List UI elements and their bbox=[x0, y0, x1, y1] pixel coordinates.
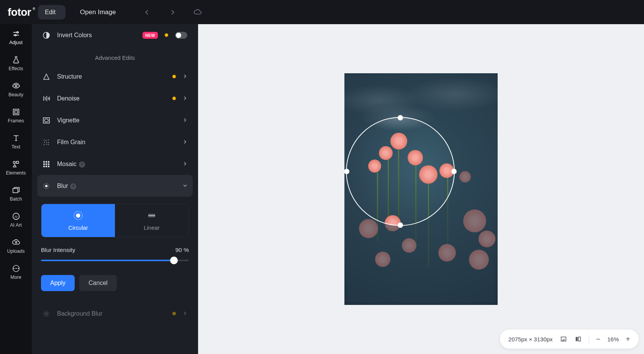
premium-dot-icon bbox=[165, 33, 168, 37]
blur-circle-overlay[interactable] bbox=[346, 117, 455, 226]
zoom-out-button[interactable]: − bbox=[596, 335, 601, 344]
svg-rect-27 bbox=[46, 161, 47, 163]
invert-toggle[interactable] bbox=[175, 32, 187, 39]
sidenav-more[interactable]: More bbox=[0, 259, 32, 285]
sidenav-label: Elements bbox=[6, 170, 26, 176]
undo-button[interactable] bbox=[142, 7, 152, 18]
svg-point-10 bbox=[13, 268, 15, 269]
resize-handle-right[interactable] bbox=[451, 169, 457, 174]
sliders-icon bbox=[11, 29, 21, 38]
canvas-area[interactable]: 2075px × 3130px − 16% + bbox=[198, 24, 644, 354]
bg-blur-icon bbox=[43, 310, 50, 318]
help-icon[interactable]: ? bbox=[70, 183, 76, 189]
vignette-row[interactable]: Vignette bbox=[37, 109, 193, 131]
invert-colors-label: Invert Colors bbox=[57, 32, 136, 39]
film-grain-label: Film Grain bbox=[57, 139, 176, 146]
grain-icon bbox=[43, 138, 50, 146]
sidenav-uploads[interactable]: Uploads bbox=[0, 233, 32, 259]
images-icon bbox=[11, 186, 21, 195]
svg-point-21 bbox=[46, 142, 47, 143]
more-icon bbox=[11, 264, 21, 273]
svg-point-17 bbox=[44, 140, 44, 140]
svg-point-20 bbox=[44, 142, 45, 143]
sidenav-beauty[interactable]: Beauty bbox=[0, 76, 32, 102]
edit-dropdown[interactable]: Edit bbox=[38, 5, 66, 20]
mosaic-icon bbox=[43, 160, 50, 168]
compare-button[interactable] bbox=[574, 335, 582, 343]
mosaic-row[interactable]: Mosaic? bbox=[37, 153, 193, 175]
sidenav-label: AI Art bbox=[10, 222, 22, 228]
svg-rect-47 bbox=[575, 337, 577, 341]
sidenav-label: Text bbox=[11, 144, 20, 150]
linear-label: Linear bbox=[144, 224, 160, 231]
denoise-label: Denoise bbox=[57, 95, 166, 102]
sidenav-label: Uploads bbox=[7, 249, 25, 254]
svg-rect-33 bbox=[46, 166, 47, 167]
chevron-right-icon bbox=[183, 139, 187, 146]
structure-row[interactable]: Structure bbox=[37, 66, 193, 87]
blur-circular-tab[interactable]: Circular bbox=[41, 204, 115, 237]
svg-point-12 bbox=[18, 268, 19, 269]
advanced-edits-title: Advanced Edits bbox=[37, 46, 193, 66]
chevron-down-icon bbox=[183, 183, 187, 189]
svg-rect-6 bbox=[16, 161, 18, 164]
blur-row[interactable]: Blur? bbox=[37, 175, 193, 197]
apply-button[interactable]: Apply bbox=[41, 275, 75, 291]
structure-label: Structure bbox=[57, 73, 166, 80]
resize-handle-top[interactable] bbox=[398, 115, 403, 120]
sidenav-label: Adjust bbox=[9, 40, 23, 45]
image-preview[interactable] bbox=[344, 73, 498, 305]
denoise-row[interactable]: Denoise bbox=[37, 87, 193, 109]
svg-point-23 bbox=[44, 144, 44, 145]
svg-point-41 bbox=[44, 311, 49, 316]
premium-dot-icon bbox=[172, 75, 176, 78]
svg-point-18 bbox=[46, 140, 46, 141]
sidenav-ai-art[interactable]: AI AI Art bbox=[0, 207, 32, 233]
svg-rect-28 bbox=[48, 161, 49, 163]
svg-rect-32 bbox=[43, 166, 45, 167]
redo-button[interactable] bbox=[167, 7, 178, 18]
sidenav-effects[interactable]: Effects bbox=[0, 50, 32, 76]
sidenav-batch[interactable]: Batch bbox=[0, 181, 32, 207]
blur-buttons: Apply Cancel bbox=[41, 275, 189, 291]
film-grain-row[interactable]: Film Grain bbox=[37, 131, 193, 153]
svg-rect-29 bbox=[43, 163, 45, 165]
slider-thumb[interactable] bbox=[170, 257, 178, 264]
top-toolbar: fotor® Edit Open Image bbox=[0, 0, 644, 24]
chevron-right-icon bbox=[183, 310, 187, 317]
svg-point-16 bbox=[44, 119, 48, 122]
help-icon[interactable]: ? bbox=[79, 161, 85, 168]
background-blur-row[interactable]: Background Blur bbox=[37, 303, 193, 324]
blur-linear-tab[interactable]: Linear bbox=[115, 204, 188, 237]
flask-icon bbox=[11, 55, 21, 64]
svg-rect-34 bbox=[48, 166, 49, 167]
fit-screen-button[interactable] bbox=[560, 335, 567, 343]
chevron-right-icon bbox=[183, 117, 187, 124]
invert-colors-row[interactable]: Invert Colors NEW bbox=[37, 24, 193, 46]
sidenav-label: Batch bbox=[10, 196, 22, 202]
chevron-right-icon bbox=[183, 73, 187, 80]
denoise-icon bbox=[43, 95, 50, 102]
chevron-right-icon bbox=[183, 161, 187, 168]
circular-label: Circular bbox=[68, 224, 88, 231]
svg-rect-30 bbox=[46, 163, 47, 165]
sidenav-label: More bbox=[10, 275, 21, 280]
svg-rect-3 bbox=[13, 109, 19, 115]
cloud-save-button[interactable] bbox=[192, 7, 203, 18]
sidenav-adjust[interactable]: Adjust bbox=[0, 24, 32, 50]
cancel-button[interactable]: Cancel bbox=[79, 275, 117, 291]
sidenav-frames[interactable]: Frames bbox=[0, 102, 32, 128]
zoom-in-button[interactable]: + bbox=[626, 335, 630, 344]
blur-intensity-slider[interactable] bbox=[41, 257, 189, 264]
sidenav-elements[interactable]: Elements bbox=[0, 155, 32, 181]
svg-point-19 bbox=[48, 140, 49, 140]
blur-mode-tabs: Circular Linear bbox=[41, 204, 189, 237]
svg-point-35 bbox=[45, 185, 48, 187]
resize-handle-bottom[interactable] bbox=[398, 222, 403, 228]
open-image-button[interactable]: Open Image bbox=[72, 8, 120, 16]
chevron-right-icon bbox=[183, 95, 187, 102]
text-icon bbox=[11, 133, 21, 143]
structure-icon bbox=[43, 73, 50, 81]
sidenav-text[interactable]: Text bbox=[0, 128, 32, 155]
resize-handle-left[interactable] bbox=[344, 169, 349, 174]
